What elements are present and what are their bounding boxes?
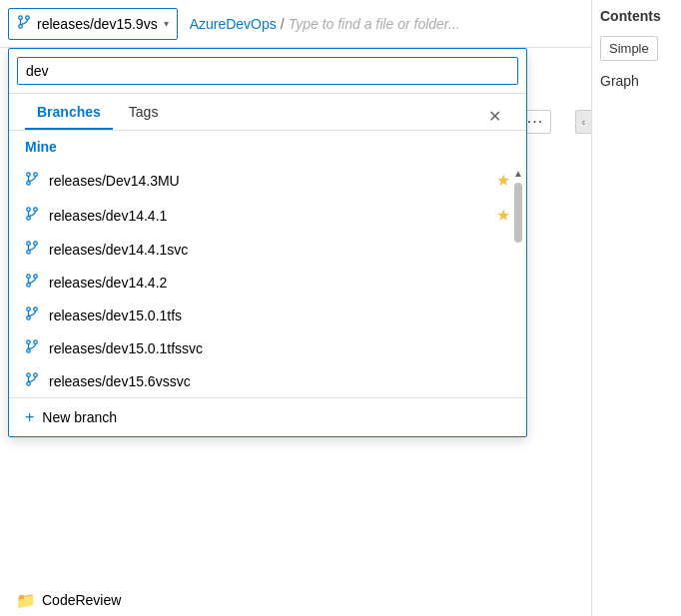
svg-point-9 [34, 208, 38, 212]
git-branch-item-icon [25, 274, 39, 291]
collapse-sidebar-button[interactable]: ‹ [575, 110, 591, 134]
right-sidebar: Contents Simple Graph [591, 0, 681, 616]
git-branch-item-icon [25, 307, 39, 323]
branch-list-item[interactable]: releases/Dev14.3MU★ [9, 163, 526, 198]
branch-item-name: releases/dev15.0.1tfssvc [49, 340, 510, 356]
svg-point-4 [27, 173, 31, 177]
search-input[interactable] [17, 57, 518, 85]
git-branch-item-icon [25, 172, 39, 189]
svg-point-16 [27, 275, 31, 279]
simple-button[interactable]: Simple [600, 36, 658, 61]
new-branch-label: New branch [42, 409, 117, 425]
svg-point-5 [34, 173, 38, 177]
branch-item-name: releases/dev14.4.2 [49, 275, 510, 291]
svg-point-18 [27, 284, 31, 288]
plus-icon: + [25, 408, 34, 426]
top-bar: releases/dev15.9vs ▾ AzureDevOps / Type … [0, 0, 681, 48]
chevron-down-icon: ▾ [164, 18, 169, 29]
branch-item-name: releases/dev14.4.1svc [49, 242, 510, 258]
branch-list-item[interactable]: releases/dev15.0.1tfssvc [9, 331, 526, 364]
git-branch-item-icon [25, 339, 39, 356]
svg-point-10 [27, 217, 31, 221]
svg-point-29 [34, 373, 38, 377]
mine-section-label: Mine [9, 131, 526, 163]
svg-point-20 [27, 308, 31, 311]
branch-list-item[interactable]: releases/dev14.4.1svc [9, 233, 526, 266]
branch-item-name: releases/Dev14.3MU [49, 173, 486, 189]
git-branch-item-icon [25, 372, 39, 389]
branch-name-label: releases/dev15.9vs [37, 16, 158, 32]
folder-icon: 📁 [16, 591, 36, 610]
branch-list-item[interactable]: releases/dev14.4.2 [9, 266, 526, 299]
svg-point-17 [34, 275, 38, 279]
new-branch-row[interactable]: + New branch [9, 397, 526, 436]
clear-search-button[interactable]: ✕ [488, 107, 501, 126]
search-row [9, 49, 526, 94]
star-favorite-icon[interactable]: ★ [496, 171, 510, 190]
git-branch-item-icon [25, 207, 39, 224]
branch-item-name: releases/dev15.0.1tfs [49, 308, 510, 323]
svg-point-0 [19, 16, 23, 20]
tabs-row: Branches Tags [9, 94, 526, 131]
branch-list-item[interactable]: releases/dev15.6vssvc [9, 364, 526, 397]
svg-point-14 [27, 251, 31, 255]
svg-point-30 [27, 382, 31, 386]
branch-item-name: releases/dev15.6vssvc [49, 373, 510, 389]
svg-point-12 [27, 242, 31, 246]
breadcrumb-separator: / [281, 16, 285, 32]
svg-point-6 [27, 182, 31, 186]
branch-dropdown-panel: ✕ Branches Tags Mine releases/Dev14.3MU★… [8, 48, 527, 437]
tab-tags[interactable]: Tags [117, 94, 171, 130]
contents-label: Contents [600, 8, 673, 24]
svg-point-26 [27, 349, 31, 353]
branch-item-name: releases/dev14.4.1 [49, 208, 486, 224]
svg-point-1 [26, 16, 30, 20]
breadcrumb-repo[interactable]: AzureDevOps [190, 16, 277, 32]
svg-point-2 [19, 25, 23, 29]
git-branch-icon [17, 15, 31, 32]
folder-name: CodeReview [42, 592, 121, 608]
branch-list-item[interactable]: releases/dev14.4.1★ [9, 198, 526, 233]
svg-point-21 [34, 308, 38, 311]
branch-selector[interactable]: releases/dev15.9vs ▾ [8, 8, 178, 40]
star-favorite-icon[interactable]: ★ [496, 206, 510, 225]
svg-point-24 [27, 340, 31, 344]
graph-label[interactable]: Graph [600, 73, 639, 89]
branch-list-item[interactable]: releases/dev15.0.1tfs [9, 299, 526, 331]
branch-list: releases/Dev14.3MU★releases/dev14.4.1★re… [9, 163, 526, 397]
svg-point-8 [27, 208, 31, 212]
svg-point-25 [34, 340, 38, 344]
folder-row: 📁 CodeReview [8, 584, 527, 616]
svg-point-28 [27, 373, 31, 377]
breadcrumb: AzureDevOps / Type to find a file or fol… [190, 16, 460, 32]
tab-branches[interactable]: Branches [25, 94, 113, 130]
scroll-up-arrow[interactable]: ▲ [510, 165, 526, 181]
breadcrumb-file-search[interactable]: Type to find a file or folder... [289, 16, 460, 32]
git-branch-item-icon [25, 241, 39, 258]
svg-point-22 [27, 316, 31, 320]
svg-point-13 [34, 242, 38, 246]
